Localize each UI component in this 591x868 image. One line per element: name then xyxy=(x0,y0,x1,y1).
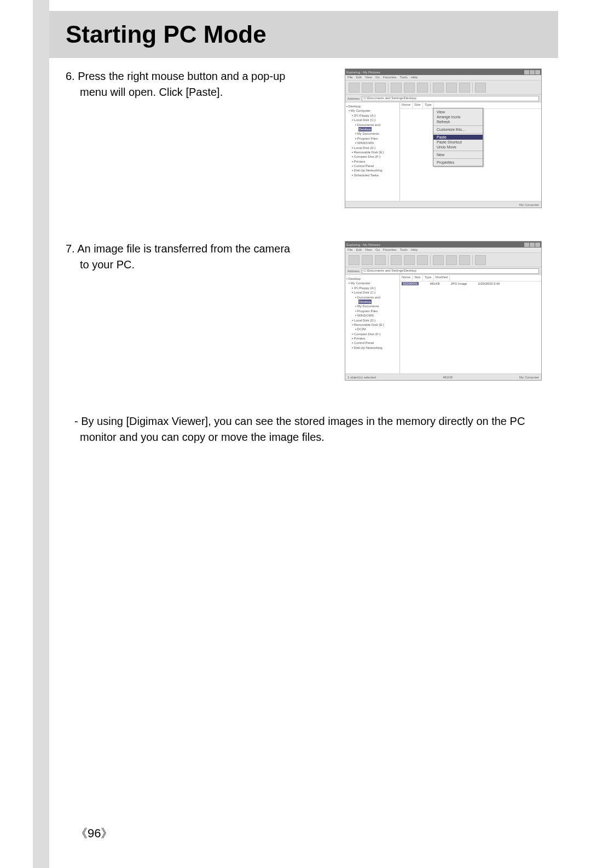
menubar: FileEditViewGoFavoritesToolsHelp xyxy=(345,75,541,81)
delete-icon xyxy=(446,83,457,93)
context-menu-item: Refresh xyxy=(433,119,483,124)
tree-item: ▪ Removable Disk (E:) xyxy=(346,323,398,327)
properties-icon xyxy=(459,255,470,265)
tree-item: ▪ Program Files xyxy=(346,309,398,313)
window-titlebar: Exploring - My Pictures xyxy=(345,242,541,248)
context-menu-item: New xyxy=(433,152,483,157)
step-text-col: 6. Press the right mouse button and a po… xyxy=(66,68,301,100)
tree-item: ▪ WINDOWS xyxy=(346,313,398,318)
close-icon xyxy=(535,70,540,74)
context-menu-item: Properties xyxy=(433,160,483,165)
cut-icon xyxy=(391,83,402,93)
step-image-col: Exploring - My Pictures FileEditViewGoFa… xyxy=(301,241,542,381)
tree-item: ▪ Dial-Up Networking xyxy=(346,346,398,350)
file-date: 2/20/2003 3:40 xyxy=(478,282,500,285)
toolbar xyxy=(345,253,541,267)
context-menu-group: PastePaste ShortcutUndo Move xyxy=(433,134,483,151)
folder-tree: ▪ Desktop▪ My Computer▪ 3½ Floppy (A:)▪ … xyxy=(345,275,400,373)
address-bar: Address C:\Documents and Settings\Deskto… xyxy=(345,267,541,275)
page-margin-strip xyxy=(33,0,49,868)
page-title: Starting PC Mode xyxy=(66,21,266,48)
tree-item: ▪ Control Panel xyxy=(346,164,398,168)
tree-item: ▪ Program Files xyxy=(346,136,398,141)
tree-item: ▪ Local Disk (D:) xyxy=(346,318,398,323)
address-field: C:\Documents and Settings\Desktop xyxy=(362,96,539,101)
bracket-left: 《 xyxy=(76,826,88,840)
tree-item: ▪ DCIM xyxy=(346,327,398,331)
column-header: Name xyxy=(400,102,413,108)
status-left: 1 object(s) selected xyxy=(347,376,376,379)
menu-item: Favorites xyxy=(383,248,397,252)
status-bar: My Computer xyxy=(345,201,541,208)
toolbar-separator xyxy=(472,255,473,265)
menu-item: Go xyxy=(375,248,380,252)
page-number: 《96》 xyxy=(76,825,113,842)
tree-item: ▪ Documents and xyxy=(346,123,398,127)
tree-item: ▪ Compact Disc (F:) xyxy=(346,332,398,336)
status-right: My Computer xyxy=(519,376,539,379)
file-size: 481KB xyxy=(430,282,439,285)
delete-icon xyxy=(446,255,457,265)
tree-item: Desktop xyxy=(346,300,398,304)
undo-icon xyxy=(433,255,444,265)
tree-item: ▪ My Computer xyxy=(346,281,398,285)
context-menu-group: Customize this... xyxy=(433,126,483,134)
explorer-body: ▪ Desktop▪ My Computer▪ 3½ Floppy (A:)▪ … xyxy=(345,102,541,201)
minimize-icon xyxy=(524,243,529,247)
address-label: Address xyxy=(347,269,360,273)
step-row-7: 7. An image file is transferred from the… xyxy=(66,241,542,381)
step-body: Press the right mouse button and a pop-u… xyxy=(78,70,285,98)
tree-item: ▪ Compact Disc (F:) xyxy=(346,154,398,159)
context-menu-item: Paste Shortcut xyxy=(433,140,483,145)
menu-item: Tools xyxy=(400,76,408,79)
address-field: C:\Documents and Settings\Desktop xyxy=(362,268,539,274)
tree-item: ▪ Local Disk (D:) xyxy=(346,146,398,150)
tree-item: ▪ Local Disk (C:) xyxy=(346,290,398,295)
maximize-icon xyxy=(530,70,535,74)
context-menu-group: Properties xyxy=(433,159,483,166)
toolbar-separator xyxy=(388,255,389,265)
window-buttons xyxy=(524,243,540,247)
forward-icon xyxy=(362,255,373,265)
explorer-body: ▪ Desktop▪ My Computer▪ 3½ Floppy (A:)▪ … xyxy=(345,275,541,373)
menu-item: Favorites xyxy=(383,76,397,79)
tree-item: ▪ 3½ Floppy (A:) xyxy=(346,286,398,290)
toolbar-separator xyxy=(430,83,431,93)
status-mid: 481KB xyxy=(443,376,453,379)
step-text-col: 7. An image file is transferred from the… xyxy=(66,241,301,273)
views-icon xyxy=(475,255,486,265)
toolbar xyxy=(345,81,541,95)
tree-item: ▪ My Documents xyxy=(346,131,398,136)
column-header: Type xyxy=(423,275,434,281)
up-icon xyxy=(375,83,386,93)
step-6-text: 6. Press the right mouse button and a po… xyxy=(66,68,301,100)
toolbar-separator xyxy=(388,83,389,93)
page-number-value: 96 xyxy=(88,826,101,840)
step-7-text: 7. An image file is transferred from the… xyxy=(66,241,301,273)
maximize-icon xyxy=(530,243,535,247)
cut-icon xyxy=(391,255,402,265)
back-icon xyxy=(349,83,360,93)
menu-item: Help xyxy=(411,76,418,79)
status-right: My Computer xyxy=(519,203,539,206)
context-menu-item: Undo Move xyxy=(433,145,483,150)
column-headers: NameSizeTypeModified xyxy=(400,275,541,281)
menu-item: Tools xyxy=(400,248,408,252)
tree-item: ▪ 3½ Floppy (A:) xyxy=(346,113,398,118)
context-menu-item: Arrange Icons xyxy=(433,114,483,119)
tree-item: ▪ Local Disk (C:) xyxy=(346,118,398,122)
context-menu-item: Customize this... xyxy=(433,127,483,132)
file-pane: NameSizeTypeModified S5300001 481KB JPG … xyxy=(400,275,541,373)
tree-item: ▪ Desktop xyxy=(346,277,398,281)
menu-item: File xyxy=(347,248,353,252)
column-header: Name xyxy=(400,275,413,281)
address-label: Address xyxy=(347,97,360,100)
content-area: 6. Press the right mouse button and a po… xyxy=(66,68,542,445)
paste-icon xyxy=(417,255,428,265)
paste-icon xyxy=(417,83,428,93)
window-title: Exploring - My Pictures xyxy=(346,243,380,246)
title-bar: Starting PC Mode xyxy=(49,11,558,58)
undo-icon xyxy=(433,83,444,93)
column-header: Modified xyxy=(434,275,450,281)
column-header: Type xyxy=(423,102,434,108)
